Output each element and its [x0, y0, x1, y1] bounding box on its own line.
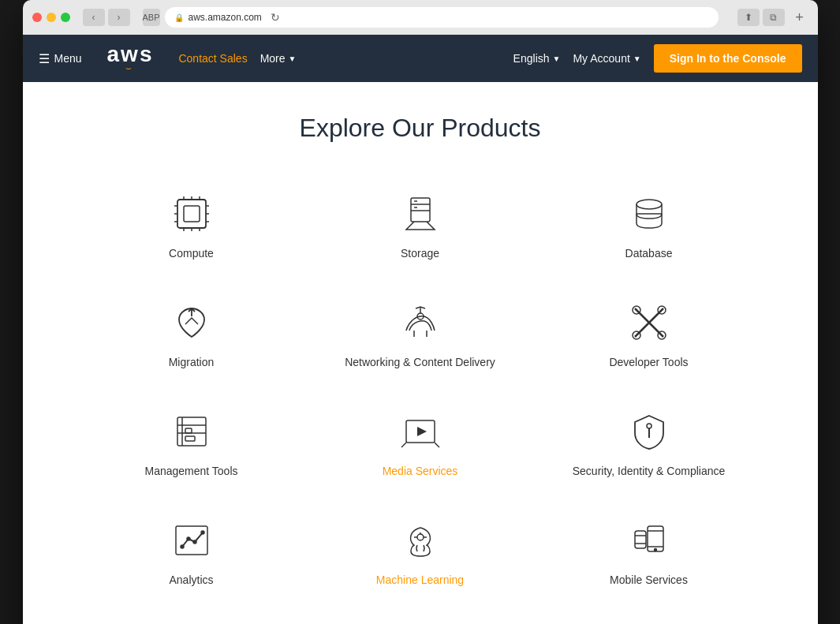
- aws-site: ☰ Menu aws ⌣ Contact Sales More ▼ Englis…: [23, 35, 818, 624]
- machine-learning-label: Machine Learning: [376, 574, 464, 586]
- product-media-services[interactable]: Media Services: [310, 392, 531, 493]
- lock-icon: 🔒: [174, 13, 184, 22]
- svg-point-45: [417, 534, 424, 540]
- english-dropdown[interactable]: English ▼: [513, 52, 561, 65]
- svg-marker-35: [417, 427, 427, 436]
- close-button[interactable]: [32, 13, 42, 22]
- security-icon: [625, 408, 673, 455]
- database-svg: [629, 193, 670, 234]
- product-customer-engagement[interactable]: Customer Engagement: [539, 610, 760, 624]
- svg-rect-32: [185, 428, 192, 433]
- media-services-icon: [397, 408, 444, 455]
- machine-learning-icon: [397, 517, 444, 564]
- product-mobile-services[interactable]: Mobile Services: [539, 501, 760, 602]
- share-button[interactable]: ⬆: [737, 9, 760, 26]
- copy-button[interactable]: ⧉: [763, 9, 785, 26]
- english-label: English: [513, 52, 550, 65]
- new-tab-button[interactable]: +: [791, 9, 808, 26]
- product-storage[interactable]: Storage: [310, 174, 531, 275]
- product-management-tools[interactable]: Management Tools: [81, 392, 302, 493]
- product-networking[interactable]: Networking & Content Delivery: [310, 283, 531, 384]
- svg-rect-0: [177, 200, 206, 228]
- aws-logo[interactable]: aws ⌣: [107, 43, 154, 73]
- account-arrow-icon: ▼: [633, 54, 641, 63]
- minimize-button[interactable]: [47, 13, 56, 22]
- mobile-services-svg: [629, 520, 670, 561]
- browser-window: ‹ › ABP 🔒 aws.amazon.com ↻ ⬆ ⧉ + ☰ Menu: [23, 0, 818, 624]
- compute-icon: [168, 190, 215, 237]
- migration-label: Migration: [169, 356, 215, 368]
- english-arrow-icon: ▼: [553, 54, 561, 63]
- tab-indicator: ABP: [143, 9, 160, 26]
- svg-point-44: [201, 531, 204, 534]
- product-database[interactable]: Database: [539, 174, 760, 275]
- tab-bar: ABP 🔒 aws.amazon.com ↻: [143, 7, 719, 28]
- more-dropdown[interactable]: More ▼: [260, 52, 297, 65]
- compute-svg: [171, 193, 212, 234]
- developer-tools-icon: [625, 299, 673, 346]
- media-services-label: Media Services: [383, 465, 458, 477]
- storage-icon: [397, 190, 444, 237]
- my-account-dropdown[interactable]: My Account ▼: [573, 52, 640, 65]
- svg-point-42: [187, 537, 190, 540]
- product-migration[interactable]: Migration: [81, 283, 302, 384]
- reload-button[interactable]: ↻: [267, 9, 284, 26]
- mobile-services-icon: [625, 517, 673, 564]
- security-label: Security, Identity & Compliance: [573, 465, 726, 477]
- storage-label: Storage: [401, 247, 439, 260]
- maximize-button[interactable]: [61, 13, 70, 22]
- svg-point-43: [193, 540, 196, 544]
- management-tools-svg: [171, 411, 212, 452]
- product-security[interactable]: Security, Identity & Compliance: [539, 392, 760, 493]
- database-icon: [625, 190, 673, 237]
- product-compute[interactable]: Compute: [81, 174, 302, 275]
- svg-line-36: [401, 443, 406, 447]
- page-title: Explore Our Products: [39, 114, 802, 143]
- mobile-services-label: Mobile Services: [610, 574, 688, 586]
- analytics-icon: [168, 517, 215, 564]
- networking-label: Networking & Content Delivery: [345, 356, 495, 368]
- svg-rect-14: [411, 198, 430, 222]
- product-machine-learning[interactable]: Machine Learning: [310, 501, 531, 602]
- product-app-integration[interactable]: Application Integration: [310, 610, 531, 624]
- analytics-label: Analytics: [169, 574, 213, 586]
- management-tools-label: Management Tools: [144, 465, 237, 477]
- address-bar[interactable]: 🔒 aws.amazon.com ↻: [165, 7, 719, 28]
- aws-main-content: Explore Our Products Comp: [23, 82, 818, 624]
- menu-label: Menu: [54, 52, 82, 65]
- migration-icon: [168, 299, 215, 346]
- products-grid: Compute Storage: [81, 174, 760, 624]
- sign-in-button[interactable]: Sign In to the Console: [654, 44, 802, 73]
- product-ar-vr[interactable]: AR & VR: [81, 610, 302, 624]
- management-tools-icon: [168, 408, 215, 455]
- forward-button[interactable]: ›: [108, 9, 130, 26]
- my-account-label: My Account: [573, 52, 629, 65]
- database-label: Database: [625, 247, 673, 260]
- product-developer-tools[interactable]: Developer Tools: [539, 283, 760, 384]
- svg-line-37: [435, 443, 439, 447]
- aws-navbar: ☰ Menu aws ⌣ Contact Sales More ▼ Englis…: [23, 35, 818, 82]
- developer-tools-svg: [629, 302, 670, 343]
- svg-rect-1: [184, 206, 200, 222]
- networking-svg: [400, 302, 441, 343]
- more-arrow-icon: ▼: [289, 54, 297, 63]
- product-analytics[interactable]: Analytics: [81, 501, 302, 602]
- migration-svg: [171, 302, 212, 343]
- back-button[interactable]: ‹: [83, 9, 105, 26]
- svg-rect-49: [648, 526, 663, 551]
- more-label: More: [260, 52, 286, 65]
- svg-point-19: [637, 200, 662, 209]
- networking-icon: [397, 299, 444, 346]
- traffic-lights: [32, 13, 70, 22]
- contact-sales-link[interactable]: Contact Sales: [178, 52, 247, 65]
- svg-point-41: [181, 545, 184, 548]
- svg-rect-53: [635, 531, 646, 548]
- menu-button[interactable]: ☰ Menu: [39, 51, 82, 66]
- analytics-svg: [171, 520, 212, 561]
- browser-actions: ⬆ ⧉: [737, 9, 785, 26]
- security-svg: [629, 411, 670, 452]
- compute-label: Compute: [169, 247, 214, 260]
- url-text: aws.amazon.com: [189, 12, 262, 23]
- hamburger-icon: ☰: [39, 51, 50, 66]
- machine-learning-svg: [400, 520, 441, 561]
